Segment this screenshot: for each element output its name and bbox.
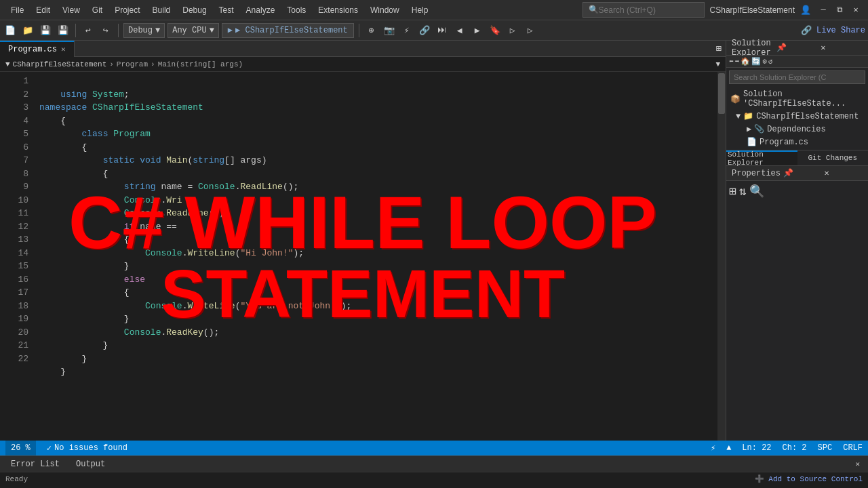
sol-refresh-btn[interactable]: ↺ [768,57,773,66]
sol-sync-btn[interactable]: 🔄 [751,57,761,66]
menu-view[interactable]: View [57,3,85,18]
live-share-label[interactable]: Live Share [816,26,865,35]
platform-dropdown[interactable]: Any CPU ▼ [167,23,219,38]
sol-props-btn[interactable]: ⚙ [762,57,767,66]
platform-arrow: ▼ [210,26,214,35]
menu-project[interactable]: Project [109,3,145,18]
main-area: Program.cs ✕ ⊞ ▼ CSharpIfElseStatement ›… [0,41,868,441]
split-editor-btn[interactable]: ⊞ [712,43,726,54]
status-ch: Ch: 2 [783,443,807,453]
user-icon: 👤 [800,5,811,16]
sol-back-btn[interactable]: ⬅ [729,57,734,66]
menu-analyze[interactable]: Analyze [241,3,281,18]
props-sort-btn[interactable]: ⇅ [739,184,747,199]
project-label: CSharpIfElseStatement [756,112,859,121]
redo-btn[interactable]: ↪ [98,23,113,38]
step-btn[interactable]: ⏭ [435,23,450,38]
menu-bar: File Edit View Git Project Build Debug T… [5,3,577,18]
props-grid-btn[interactable]: ⊞ [729,184,736,199]
title-bar: File Edit View Git Project Build Debug T… [0,0,868,20]
pin2-icon[interactable]: 📌 [783,168,822,178]
solution-search-container [726,68,868,87]
bookmark-btn[interactable]: 🔖 [488,23,502,38]
solution-explorer-title: Solution Explorer [732,39,774,58]
ready-status: Ready [5,475,28,483]
props-search-btn[interactable]: 🔍 [749,184,764,199]
menu-debug[interactable]: Debug [177,3,212,18]
code-editor[interactable]: using System; namespace CSharpIfElseStat… [34,72,726,441]
output-tab[interactable]: Output [68,456,113,472]
sol-home-btn[interactable]: 🏠 [741,57,750,66]
close-bottom-btn[interactable]: ✕ [850,460,865,468]
config-label: Debug [128,26,153,35]
back-btn[interactable]: ◀ [452,23,467,38]
breadcrumb-dropdown2[interactable]: ▼ [715,60,720,68]
live-share-btn[interactable]: 🔗 [799,23,814,38]
close-props-icon[interactable]: ✕ [825,168,863,178]
diagnostic-btn[interactable]: ⊕ [364,23,379,38]
solution-search-input[interactable] [729,70,865,84]
menu-test[interactable]: Test [214,3,239,18]
properties-section: Properties 📌 ✕ ⊞ ⇅ 🔍 [726,166,868,441]
open-btn[interactable]: 📁 [20,23,35,38]
close-tab-icon[interactable]: ✕ [61,45,66,54]
run-button[interactable]: ▶ ▶ CSharpIfElseStatement [222,23,354,38]
attach-btn[interactable]: 🔗 [417,23,432,38]
config-dropdown[interactable]: Debug ▼ [123,23,165,38]
run2-btn[interactable]: ▷ [505,23,520,38]
search-input[interactable] [599,5,694,15]
save-all-btn[interactable]: 💾 [56,23,71,38]
close-button[interactable]: ✕ [849,3,863,17]
menu-file[interactable]: File [5,3,29,18]
close-panel-icon[interactable]: ✕ [821,43,863,53]
fwd-btn[interactable]: ▶ [470,23,485,38]
run3-btn[interactable]: ▷ [523,23,538,38]
perf-btn[interactable]: ⚡ [399,23,414,38]
restore-button[interactable]: ⧉ [833,3,846,17]
menu-build[interactable]: Build [147,3,176,18]
code-area[interactable]: 12345 678910 1112131415 1617181920 2122 … [0,72,726,441]
scrollbar-thumb[interactable] [718,73,725,114]
sol-explorer-toolbar: ⬅ ➡ 🏠 🔄 ⚙ ↺ [726,56,868,68]
error-list-tab[interactable]: Error List [3,456,68,472]
tab-solution-explorer[interactable]: Solution Explorer [726,150,797,165]
status-ln: Ln: 22 [742,443,771,453]
properties-toolbar: ⊞ ⇅ 🔍 [726,181,868,201]
zoom-value: 26 % [11,443,31,453]
menu-tools[interactable]: Tools [281,3,311,18]
menu-edit[interactable]: Edit [31,3,56,18]
menu-help[interactable]: Help [406,3,434,18]
bottom-tabs: Error List Output ✕ [0,455,868,472]
dependencies-node[interactable]: ▶ 📎 Dependencies [744,123,867,136]
program-cs-tab[interactable]: Program.cs ✕ [0,41,75,57]
pin-icon[interactable]: 📌 [776,43,818,53]
file-label: Program.cs [760,138,808,147]
save-btn[interactable]: 💾 [38,23,53,38]
editor-tabs: Program.cs ✕ ⊞ [0,41,726,57]
screenshot-btn[interactable]: 📷 [382,23,397,38]
program-cs-node[interactable]: 📄 Program.cs [744,136,867,148]
config-arrow: ▼ [155,26,160,35]
menu-extensions[interactable]: Extensions [313,3,363,18]
vertical-scrollbar[interactable] [717,72,726,441]
breadcrumb-class: Program [117,60,148,68]
breadcrumb-ns: CSharpIfElseStatement [13,60,107,68]
solution-root[interactable]: 📦 Solution 'CSharpIfElseState... [728,88,867,110]
sol-fwd-btn[interactable]: ➡ [735,57,740,66]
minimize-button[interactable]: ─ [816,3,830,17]
tab-git-changes[interactable]: Git Changes [797,150,869,165]
toolbar: 📄 📁 💾 💾 ↩ ↪ Debug ▼ Any CPU ▼ ▶ ▶ CSharp… [0,20,868,41]
menu-window[interactable]: Window [365,3,405,18]
new-project-btn[interactable]: 📄 [3,23,18,38]
menu-git[interactable]: Git [87,3,108,18]
run-label: ▶ CSharpIfElseStatement [235,25,348,35]
project-node[interactable]: ▼ 📁 CSharpIfElseStatement [733,110,867,123]
add-source-control-btn[interactable]: ➕ Add to Source Control [755,474,863,483]
breadcrumb-sep1: › [109,60,114,68]
undo-btn[interactable]: ↩ [81,23,96,38]
zoom-level[interactable]: 26 % [5,441,36,455]
search-box[interactable]: 🔍 [583,2,705,18]
solution-label: Solution 'CSharpIfElseState... [743,89,864,108]
status-encoding: SPC [818,443,833,453]
breadcrumb-dropdown1[interactable]: ▼ [5,60,10,68]
